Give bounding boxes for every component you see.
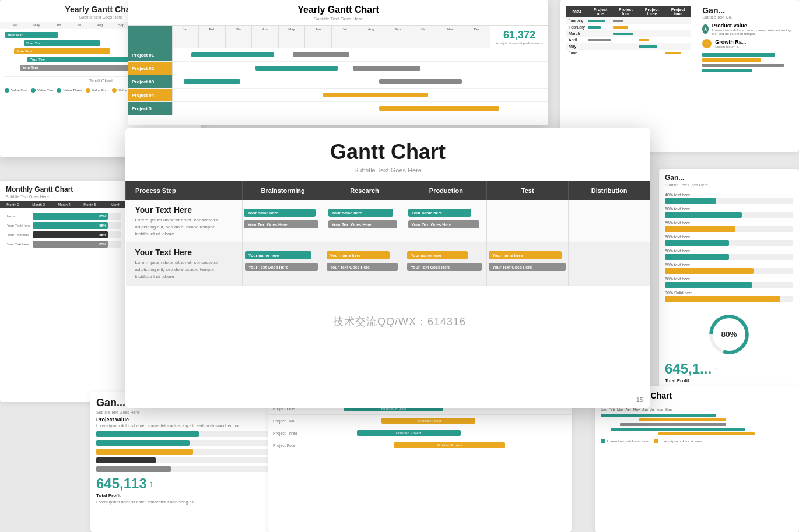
growth-rate-label: Growth Ra...	[715, 39, 746, 45]
bar-text: Your Text Goes Here	[248, 265, 288, 269]
slide-bottom-left: Gan... Subtitle Text Goes Here Project v…	[90, 392, 289, 532]
table-row: Your Text Here Lorem ipsum dolor sit ame…	[126, 243, 650, 286]
bar-text: Your name here	[492, 253, 523, 258]
slide-bottom-right: Yearly Gantt Chart Subtitle Text Goes He…	[595, 386, 799, 532]
progress-section: 40% test here 60% text here 55% text her…	[659, 189, 799, 308]
page-number: 15	[636, 396, 643, 403]
slide-bottom-center: Project April 2024 Project One Finished …	[268, 392, 572, 532]
growth-desc: Lorem ipsum d...	[715, 45, 746, 48]
header-production: Production	[405, 181, 487, 200]
bar-text: Your name here	[247, 211, 278, 215]
bar-text: Your Text Goes Here	[492, 265, 532, 269]
bar-text: Your Text Goes Here	[411, 265, 450, 269]
main-title: Gantt Chart	[125, 128, 650, 167]
bar-text-here: Your Text Goes Here	[244, 220, 318, 228]
header-distribution: Distribution	[569, 181, 650, 200]
header-research: Research	[324, 181, 405, 200]
right-mid-stat-num: 645,1... ↑	[665, 361, 793, 377]
bar-text: Your name here	[332, 211, 362, 215]
svg-text:80%: 80%	[721, 330, 737, 339]
project-value-label: Project value	[96, 417, 283, 422]
bottom-left-stat-label: Total Profit	[96, 493, 283, 498]
header-process-step: Process Step	[126, 181, 243, 200]
row2-desc: Lorem ipsum dolor sit amet, consectetur …	[135, 259, 233, 280]
header-test: Test	[487, 181, 569, 200]
bar-text: Your name here	[412, 211, 442, 215]
top-center-stats: 61,372 Analytic financial performance	[490, 26, 548, 48]
right-mid-stat-label: Total Profit	[665, 378, 793, 383]
row1-desc: Lorem ipsum dolor sit amet, consectetur …	[135, 217, 233, 238]
bar-text: Your Text Goes Here	[412, 223, 451, 227]
main-gantt-table: Process Step Brainstorming Research Prod…	[125, 181, 650, 286]
slide-right-mid: Gan... Subtitle Text Goes Here 40% test …	[659, 169, 799, 414]
bottom-left-stat-desc: Lorem ipsum dolor sit amet, consectetur …	[96, 499, 283, 505]
right-mid-title: Gan...	[659, 169, 799, 183]
bar-text: Your Text Goes Here	[247, 223, 287, 227]
row1-title: Your Text Here	[135, 205, 233, 214]
chart-label: Gantt Chart	[89, 78, 113, 83]
bar-text: Your Text Goes Here	[332, 223, 372, 227]
product-value-desc: Lorem ipsum dolor sit amet, consectetur …	[712, 29, 793, 36]
top-center-subtitle: Subtitle Text Goes Here	[128, 16, 548, 22]
project-value-desc: Lorem ipsum dolor sit amet, consectetur …	[96, 424, 283, 428]
slide-main: Gantt Chart Subtitle Text Goes Here Proc…	[125, 128, 650, 408]
monthly-months: Month 2 Month 3 Month 4 Month 5 Month	[0, 201, 128, 208]
slide-top-center: Yearly Gantt Chart Subtitle Text Goes He…	[128, 0, 548, 125]
header-brainstorming: Brainstorming	[242, 181, 324, 200]
monthly-subtitle: Subtitle Text Goes Here	[0, 195, 128, 201]
bar-text: Your Text Goes Here	[330, 265, 370, 269]
right-mid-subtitle: Subtitle Text Goes Here	[659, 183, 799, 189]
donut-chart: 80%	[659, 308, 799, 361]
bar-text: Your name here	[411, 253, 441, 258]
top-center-title: Yearly Gantt Chart	[128, 0, 548, 16]
monthly-title: Monthly Gantt Chart	[0, 181, 128, 195]
bottom-left-stat-num: 645,113 ↑	[96, 475, 283, 492]
bar-text: Your name here	[248, 253, 279, 258]
bar-text: Your name here	[330, 253, 360, 258]
main-subtitle: Subtitle Text Goes Here	[125, 167, 650, 174]
top-center-gantt: Jan Feb Mar Apr May Jun Jul Aug Sep Oct …	[128, 25, 548, 48]
bottom-left-subtitle: Subtitle Text Goes Here	[90, 410, 289, 417]
slide-monthly: Monthly Gantt Chart Subtitle Text Goes H…	[0, 181, 128, 402]
product-value-label: Product Value	[712, 23, 793, 29]
bar-name-here: Your name here	[244, 209, 315, 217]
table-row: Your Text Here Lorem ipsum dolor sit ame…	[126, 200, 650, 243]
row2-title: Your Text Here	[135, 248, 233, 257]
